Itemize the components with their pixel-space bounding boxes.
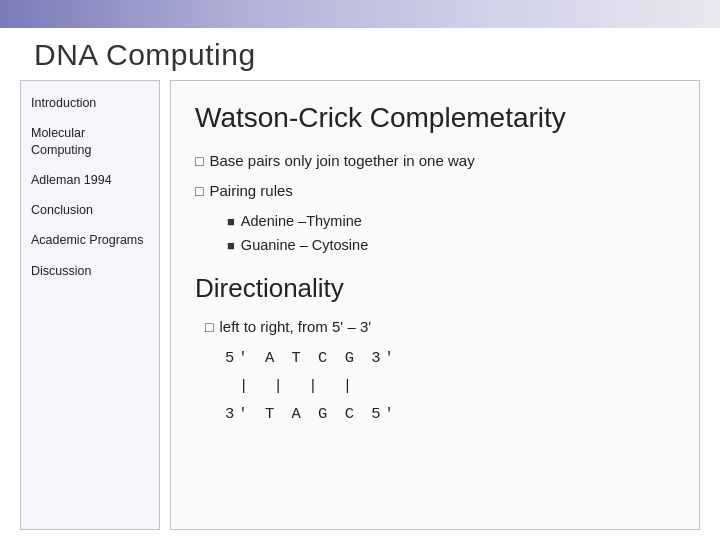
bullet-text-2: Pairing rules [209,179,292,203]
bullet-symbol-2: □ [195,180,203,202]
content-title: Watson-Crick Complemetarity [195,101,675,135]
dna-row-1: 5' A T C G 3' [225,345,675,373]
sub-bullet-2: ■ [227,235,235,257]
bullet-item-1: □ Base pairs only join together in one w… [195,149,675,173]
content-area: Watson-Crick Complemetarity □ Base pairs… [170,80,700,530]
sidebar: Introduction Molecular Computing Adleman… [20,80,160,530]
sidebar-item-conclusion[interactable]: Conclusion [21,196,159,224]
sidebar-item-introduction[interactable]: Introduction [21,89,159,117]
dir-text: left to right, from 5' – 3' [219,315,371,339]
bullet-item-2: □ Pairing rules [195,179,675,203]
sidebar-item-academic-programs[interactable]: Academic Programs [21,226,159,254]
content-body: □ Base pairs only join together in one w… [195,149,675,430]
dir-bullet-item: □ left to right, from 5' – 3' [205,315,675,339]
page-title-area: DNA Computing [0,28,720,80]
dna-bonds: | | | | [225,373,675,401]
sidebar-item-molecular-computing[interactable]: Molecular Computing [21,119,159,164]
dna-table: 5' A T C G 3' | | | | 3' T A G C 5' [225,345,675,429]
bullet-symbol-1: □ [195,150,203,172]
sub-bullet-1: ■ [227,211,235,233]
sidebar-item-discussion[interactable]: Discussion [21,257,159,285]
dir-bullet-symbol: □ [205,316,213,338]
sub-item-1: ■ Adenine –Thymine [227,209,675,234]
sub-text-1: Adenine –Thymine [241,209,362,234]
main-layout: Introduction Molecular Computing Adleman… [0,80,720,540]
sub-text-2: Guanine – Cytosine [241,233,368,258]
bullet-text-1: Base pairs only join together in one way [209,149,474,173]
sub-item-2: ■ Guanine – Cytosine [227,233,675,258]
page-title: DNA Computing [34,38,256,71]
directionality-title: Directionality [195,268,675,310]
dna-row-2: 3' T A G C 5' [225,401,675,429]
top-bar [0,0,720,28]
sub-list: ■ Adenine –Thymine ■ Guanine – Cytosine [227,209,675,258]
sidebar-item-adleman-1994[interactable]: Adleman 1994 [21,166,159,194]
